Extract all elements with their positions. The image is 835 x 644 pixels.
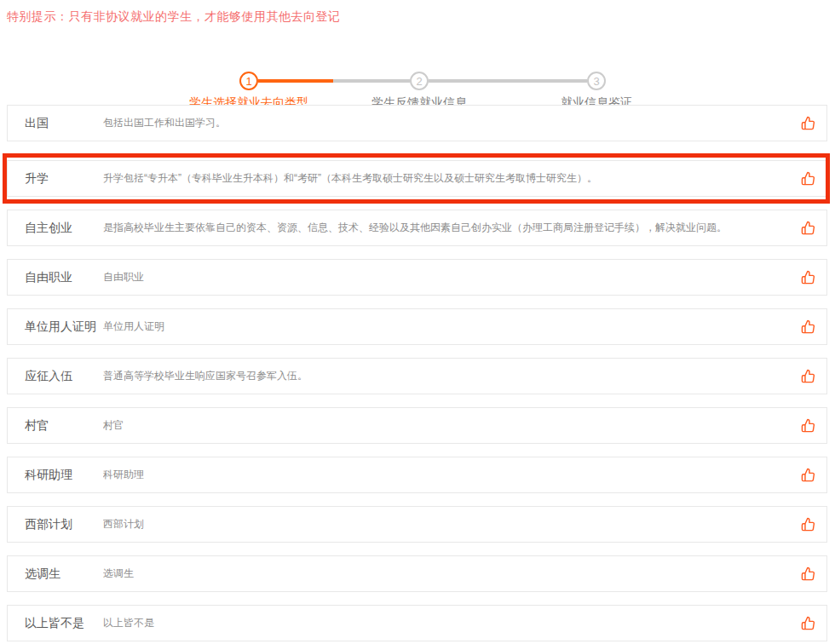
options-list: 出国 包括出国工作和出国学习。 升学 升学包括“专升本”（专科毕业生升本科）和“…	[7, 105, 827, 644]
option-title: 自由职业	[8, 270, 103, 285]
select-option-button[interactable]	[800, 270, 815, 285]
option-row[interactable]: 以上皆不是 以上皆不是	[7, 605, 827, 641]
option-description: 村官	[103, 418, 800, 433]
option-row[interactable]: 升学 升学包括“专升本”（专科毕业生升本科）和“考研”（本科生考取硕士研究生以及…	[7, 160, 827, 197]
progress-stepper: 1 2 3 学生选择就业去向类型 学生反馈就业信息 就业信息鉴证	[0, 32, 835, 83]
thumbs-up-icon	[801, 171, 815, 186]
thumbs-up-icon	[801, 319, 815, 334]
option-description: 单位用人证明	[103, 319, 800, 334]
option-description: 包括出国工作和出国学习。	[103, 116, 800, 130]
option-title: 升学	[8, 171, 103, 187]
connector-1-2-done	[258, 79, 333, 83]
thumbs-up-icon	[801, 116, 815, 130]
option-title: 选调生	[8, 566, 103, 582]
select-option-button[interactable]	[800, 171, 815, 187]
thumbs-up-icon	[801, 616, 815, 630]
option-row[interactable]: 自由职业 自由职业	[7, 259, 827, 296]
option-title: 自主创业	[8, 221, 103, 236]
option-title: 以上皆不是	[8, 616, 103, 631]
step-3-circle: 3	[587, 72, 606, 90]
thumbs-up-icon	[801, 468, 815, 482]
step-1-number: 1	[245, 75, 251, 88]
connector-2-3	[429, 79, 587, 83]
option-title: 应征入伍	[8, 369, 103, 384]
thumbs-up-icon	[801, 418, 815, 433]
special-notice: 特别提示：只有非协议就业的学生，才能够使用其他去向登记	[7, 9, 341, 25]
select-option-button[interactable]	[800, 221, 815, 236]
select-option-button[interactable]	[800, 468, 815, 483]
step-2-number: 2	[416, 75, 422, 88]
connector-1-2-pending	[333, 79, 410, 83]
select-option-button[interactable]	[800, 418, 815, 434]
select-option-button[interactable]	[800, 566, 815, 582]
thumbs-up-icon	[801, 517, 815, 532]
option-row[interactable]: 选调生 选调生	[7, 555, 827, 592]
option-description: 自由职业	[103, 270, 800, 285]
thumbs-up-icon	[801, 221, 815, 235]
option-row[interactable]: 自主创业 是指高校毕业生主要依靠自己的资本、资源、信息、技术、经验以及其他因素自…	[7, 210, 827, 246]
option-row[interactable]: 应征入伍 普通高等学校毕业生响应国家号召参军入伍。	[7, 358, 827, 394]
option-description: 科研助理	[103, 468, 800, 482]
select-option-button[interactable]	[800, 517, 815, 532]
select-option-button[interactable]	[800, 369, 815, 384]
thumbs-up-icon	[801, 566, 815, 581]
thumbs-up-icon	[801, 270, 815, 285]
option-title: 西部计划	[8, 517, 103, 532]
option-description: 以上皆不是	[103, 616, 800, 630]
option-description: 西部计划	[103, 517, 800, 532]
thumbs-up-icon	[801, 369, 815, 383]
step-3-number: 3	[593, 75, 599, 88]
select-option-button[interactable]	[800, 116, 815, 131]
option-row[interactable]: 单位用人证明 单位用人证明	[7, 308, 827, 345]
option-row[interactable]: 村官 村官	[7, 407, 827, 444]
option-title: 科研助理	[8, 468, 103, 483]
option-description: 升学包括“专升本”（专科毕业生升本科）和“考研”（本科生考取硕士研究生以及硕士研…	[103, 171, 800, 186]
step-2-circle: 2	[410, 72, 429, 90]
select-option-button[interactable]	[800, 319, 815, 335]
option-row[interactable]: 科研助理 科研助理	[7, 457, 827, 493]
option-title: 村官	[8, 418, 103, 434]
option-description: 是指高校毕业生主要依靠自己的资本、资源、信息、技术、经验以及其他因素自己创办实业…	[103, 221, 800, 235]
option-title: 单位用人证明	[8, 319, 103, 335]
option-row[interactable]: 西部计划 西部计划	[7, 506, 827, 543]
option-row[interactable]: 出国 包括出国工作和出国学习。	[7, 105, 827, 141]
step-1-circle: 1	[239, 72, 258, 90]
option-description: 普通高等学校毕业生响应国家号召参军入伍。	[103, 369, 800, 383]
employment-registration-page: 特别提示：只有非协议就业的学生，才能够使用其他去向登记 1 2 3 学生选择就业…	[0, 0, 835, 644]
option-title: 出国	[8, 116, 103, 131]
option-description: 选调生	[103, 566, 800, 581]
select-option-button[interactable]	[800, 616, 815, 631]
